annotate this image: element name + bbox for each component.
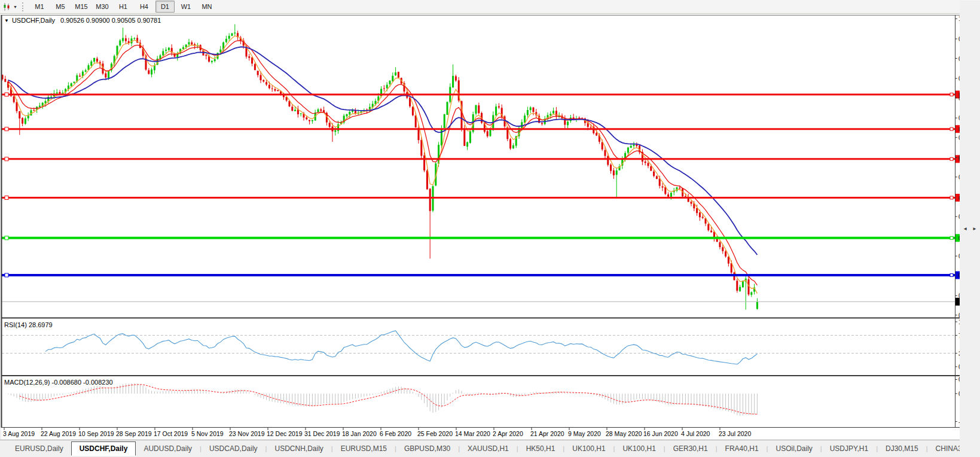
toolbar-grip[interactable] — [22, 2, 25, 11]
timeframe-button-d1[interactable]: D1 — [155, 1, 175, 13]
bottom-tab-eurusd-daily[interactable]: EURUSD,Daily — [7, 442, 71, 455]
timeframe-buttons: M1M5M15M30H1H4D1W1MN — [30, 1, 216, 13]
bottom-tab-audusd-daily[interactable]: AUDUSD,Daily — [136, 442, 200, 455]
time-axis-label: 23 Nov 2019 — [229, 430, 265, 437]
tab-scroll-arrows: ◄ ► — [960, 1, 980, 457]
bottom-tab-usdcad-daily[interactable]: USDCAD,Daily — [202, 442, 265, 455]
bottom-tab-usoil-daily[interactable]: USOil,Daily — [768, 442, 820, 455]
time-axis-label: 12 Dec 2019 — [267, 430, 303, 437]
chart-title-ohlc: 0.90526 0.90900 0.90505 0.90781 — [60, 17, 161, 24]
timeframe-button-w1[interactable]: W1 — [176, 1, 196, 13]
hline-left-marker — [5, 93, 8, 96]
hline-left-marker — [5, 273, 8, 277]
chart-cursor-icon[interactable] — [3, 3, 12, 11]
timeframe-button-m30[interactable]: M30 — [93, 1, 112, 13]
time-axis-label: 5 Nov 2019 — [191, 430, 224, 437]
bottom-tab-eurusd-m15[interactable]: EURUSD,M15 — [333, 442, 395, 455]
hline-right-marker — [950, 236, 953, 239]
bottom-tab-gbpusd-m30[interactable]: GBPUSD,M30 — [396, 442, 458, 455]
chevron-down-icon[interactable]: ▼ — [13, 5, 17, 9]
hline-left-marker — [5, 196, 8, 200]
timeframe-button-m15[interactable]: M15 — [72, 1, 91, 13]
tab-scroll-right-icon[interactable]: ► — [972, 226, 977, 231]
hline-left-marker — [5, 127, 8, 131]
bottom-tab-fra40-h1[interactable]: FRA40,H1 — [718, 442, 767, 455]
bottom-tab-xauusd-h1[interactable]: XAUUSD,H1 — [460, 442, 517, 455]
hline-left-marker — [5, 157, 8, 161]
timeframe-button-h1[interactable]: H1 — [114, 1, 133, 13]
timeframe-button-m1[interactable]: M1 — [30, 1, 49, 13]
rsi-indicator-label: RSI(14) 28.6979 — [4, 321, 53, 328]
chart-collapse-icon[interactable]: ▼ — [4, 18, 9, 23]
time-axis-label: 2 Apr 2020 — [493, 430, 523, 437]
time-axis-label: 28 Sep 2019 — [116, 430, 152, 437]
bottom-tab-uk100-h1[interactable]: UK100,H1 — [615, 442, 663, 455]
timeframe-button-h4[interactable]: H4 — [135, 1, 154, 13]
top-toolbar: ▼ M1M5M15M30H1H4D1W1MN — [0, 0, 980, 14]
hline-left-marker — [5, 236, 8, 240]
time-axis-label: 9 May 2020 — [568, 430, 601, 437]
time-axis-label: 14 Mar 2020 — [455, 430, 490, 437]
time-axis-label: 16 Jun 2020 — [643, 430, 678, 437]
time-axis-label: 22 Aug 2019 — [41, 430, 76, 437]
bottom-tab-hk50-h1[interactable]: HK50,H1 — [518, 442, 563, 455]
time-axis-label: 23 Jul 2020 — [719, 430, 751, 437]
time-axis-label: 25 Feb 2020 — [417, 430, 453, 437]
time-axis-label: 10 Sep 2019 — [78, 430, 114, 437]
hline-right-marker — [950, 93, 953, 96]
time-axis-label: 28 May 2020 — [606, 430, 642, 437]
hline-right-marker — [950, 157, 953, 160]
hline-right-marker — [950, 274, 953, 277]
bottom-tab-ger30-h1[interactable]: GER30,H1 — [665, 442, 716, 455]
bottom-tab-dj30-m15[interactable]: DJ30,M15 — [878, 442, 926, 455]
time-axis-label: 4 Jul 2020 — [681, 430, 710, 437]
tab-scroll-left-icon[interactable]: ◄ — [963, 226, 967, 231]
time-axis-label: 18 Jan 2020 — [342, 430, 377, 437]
timeframe-button-mn[interactable]: MN — [197, 1, 216, 13]
chart-title-symbol: USDCHF,Daily — [12, 17, 55, 24]
chart-title-row: ▼USDCHF,Daily0.90526 0.90900 0.90505 0.9… — [4, 17, 161, 24]
time-axis-label: 31 Dec 2019 — [304, 430, 340, 437]
hline-right-marker — [950, 196, 953, 199]
timeframe-button-m5[interactable]: M5 — [51, 1, 70, 13]
chart-tab-bar: EURUSD,DailyUSDCHF,DailyAUDUSD,Daily|USD… — [0, 440, 980, 457]
time-axis-label: 6 Feb 2020 — [380, 430, 411, 437]
time-axis-label: 17 Oct 2019 — [154, 430, 188, 437]
bottom-tab-usdcnh-daily[interactable]: USDCNH,Daily — [267, 442, 331, 455]
bottom-tab-usdjpy-h1[interactable]: USDJPY,H1 — [822, 442, 876, 455]
time-axis-label: 21 Apr 2020 — [530, 430, 564, 437]
bottom-tab-uk100-h1[interactable]: UK100,H1 — [564, 442, 613, 455]
time-axis-label: 3 Aug 2019 — [3, 430, 35, 437]
macd-indicator-label: MACD(12,26,9) -0.008680 -0.008230 — [4, 379, 113, 386]
hline-right-marker — [950, 127, 953, 130]
price-chart-canvas: 0.980080.968030.957580.944080.930040.917… — [0, 0, 980, 440]
bottom-tab-usdchf-daily[interactable]: USDCHF,Daily — [71, 441, 136, 456]
